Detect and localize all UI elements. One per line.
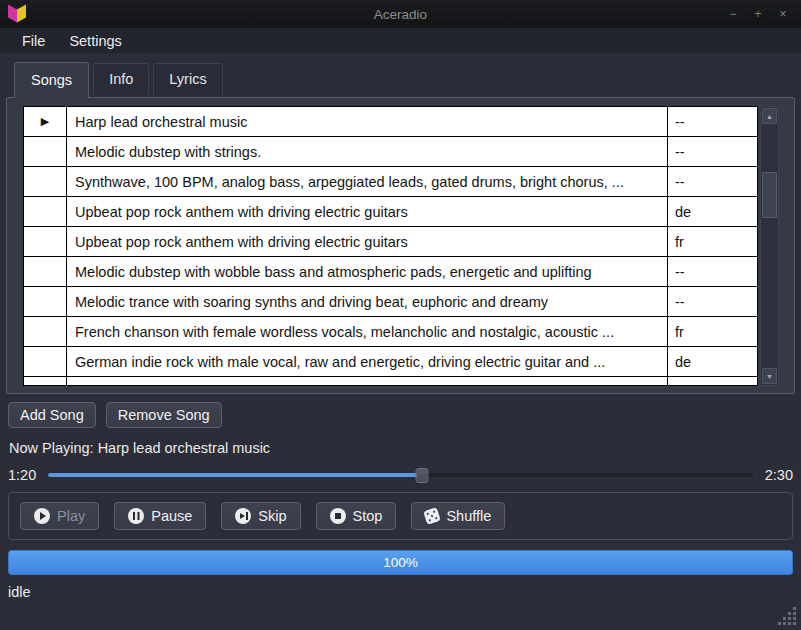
song-title-cell bbox=[67, 377, 667, 386]
tab-lyrics[interactable]: Lyrics bbox=[153, 63, 222, 95]
skip-button[interactable]: Skip bbox=[221, 502, 300, 530]
logo-right-shape bbox=[17, 5, 26, 23]
duration-label: 2:30 bbox=[765, 467, 793, 483]
tab-songs[interactable]: Songs bbox=[14, 62, 89, 98]
playing-indicator bbox=[24, 317, 67, 346]
scroll-up-arrow-icon[interactable]: ▲ bbox=[762, 108, 777, 124]
play-circle-icon bbox=[34, 508, 50, 524]
song-title-cell: Upbeat pop rock anthem with driving elec… bbox=[67, 197, 667, 226]
shuffle-button[interactable]: Shuffle bbox=[411, 502, 505, 530]
playing-indicator bbox=[24, 347, 67, 376]
skip-circle-icon bbox=[235, 508, 251, 524]
table-row[interactable]: Melodic dubstep with wobble bass and atm… bbox=[24, 257, 757, 287]
stop-button[interactable]: Stop bbox=[316, 502, 397, 530]
song-lang-cell: fr bbox=[667, 317, 757, 346]
song-lang-cell: -- bbox=[667, 287, 757, 316]
pause-button[interactable]: Pause bbox=[114, 502, 206, 530]
elapsed-time-label: 1:20 bbox=[8, 467, 36, 483]
slider-thumb[interactable] bbox=[415, 468, 428, 483]
add-song-button[interactable]: Add Song bbox=[8, 402, 96, 428]
dice-icon bbox=[424, 507, 442, 525]
playing-indicator bbox=[24, 137, 67, 166]
song-title-cell: French chanson with female wordless voca… bbox=[67, 317, 667, 346]
table-row[interactable]: German indie rock with male vocal, raw a… bbox=[24, 347, 757, 377]
tab-bar: Songs Info Lyrics bbox=[0, 60, 801, 97]
menubar: File Settings bbox=[0, 28, 801, 54]
app-logo-icon bbox=[5, 4, 29, 24]
seek-row: 1:20 2:30 bbox=[8, 467, 793, 483]
window-title: Aceradio bbox=[0, 7, 801, 22]
scrollbar-thumb[interactable] bbox=[762, 172, 777, 218]
now-playing-label: Now Playing: Harp lead orchestral music bbox=[9, 440, 801, 456]
menu-settings[interactable]: Settings bbox=[57, 30, 133, 52]
song-lang-cell: -- bbox=[667, 107, 757, 136]
stop-label: Stop bbox=[353, 508, 383, 524]
song-title-cell: Upbeat pop rock anthem with driving elec… bbox=[67, 227, 667, 256]
status-label: idle bbox=[8, 584, 801, 600]
playing-indicator bbox=[24, 257, 67, 286]
window-controls: − + × bbox=[725, 6, 801, 22]
playing-indicator bbox=[24, 167, 67, 196]
playing-indicator bbox=[24, 377, 67, 386]
maximize-button[interactable]: + bbox=[750, 6, 766, 22]
skip-label: Skip bbox=[258, 508, 286, 524]
song-lang-cell bbox=[667, 377, 757, 386]
table-row[interactable]: Upbeat pop rock anthem with driving elec… bbox=[24, 197, 757, 227]
song-lang-cell: -- bbox=[667, 137, 757, 166]
table-row[interactable]: Melodic dubstep with strings. -- bbox=[24, 137, 757, 167]
titlebar: Aceradio − + × bbox=[0, 0, 801, 28]
songs-table: ▶ Harp lead orchestral music -- Melodic … bbox=[23, 106, 758, 386]
song-title-cell: Harp lead orchestral music bbox=[67, 107, 667, 136]
progress-percent-label: 100% bbox=[8, 550, 793, 575]
table-row[interactable]: Upbeat pop rock anthem with driving elec… bbox=[24, 227, 757, 257]
song-buttons-row: Add Song Remove Song bbox=[8, 402, 801, 428]
pause-label: Pause bbox=[151, 508, 192, 524]
vertical-scrollbar[interactable]: ▲ ▼ bbox=[760, 106, 779, 386]
playing-indicator bbox=[24, 287, 67, 316]
play-label: Play bbox=[57, 508, 85, 524]
song-lang-cell: fr bbox=[667, 227, 757, 256]
song-lang-cell: -- bbox=[667, 167, 757, 196]
progress-bar: 100% bbox=[8, 550, 793, 575]
pause-circle-icon bbox=[128, 508, 144, 524]
shuffle-label: Shuffle bbox=[446, 508, 491, 524]
remove-song-button[interactable]: Remove Song bbox=[106, 402, 222, 428]
menu-file[interactable]: File bbox=[10, 30, 57, 52]
stop-circle-icon bbox=[330, 508, 346, 524]
song-lang-cell: -- bbox=[667, 257, 757, 286]
playing-indicator: ▶ bbox=[24, 107, 67, 136]
slider-fill bbox=[48, 473, 421, 477]
table-row[interactable]: ▶ Harp lead orchestral music -- bbox=[24, 107, 757, 137]
song-lang-cell: de bbox=[667, 197, 757, 226]
song-title-cell: Melodic trance with soaring synths and d… bbox=[67, 287, 667, 316]
table-row-partial bbox=[24, 377, 757, 386]
song-title-cell: Melodic dubstep with wobble bass and atm… bbox=[67, 257, 667, 286]
playing-indicator bbox=[24, 197, 67, 226]
logo-left-shape bbox=[8, 5, 17, 23]
song-lang-cell: de bbox=[667, 347, 757, 376]
playing-indicator bbox=[24, 227, 67, 256]
seek-slider[interactable] bbox=[48, 467, 753, 483]
song-title-cell: Synthwave, 100 BPM, analog bass, arpeggi… bbox=[67, 167, 667, 196]
songs-tab-pane: ▶ Harp lead orchestral music -- Melodic … bbox=[6, 97, 795, 394]
play-button[interactable]: Play bbox=[20, 502, 99, 530]
tab-info[interactable]: Info bbox=[93, 63, 149, 95]
resize-grip-icon[interactable] bbox=[793, 622, 796, 625]
table-row[interactable]: Synthwave, 100 BPM, analog bass, arpeggi… bbox=[24, 167, 757, 197]
songs-table-area: ▶ Harp lead orchestral music -- Melodic … bbox=[23, 106, 794, 386]
close-button[interactable]: × bbox=[775, 6, 791, 22]
table-row[interactable]: French chanson with female wordless voca… bbox=[24, 317, 757, 347]
song-title-cell: German indie rock with male vocal, raw a… bbox=[67, 347, 667, 376]
playback-controls-frame: Play Pause Skip Stop Shuffle bbox=[8, 492, 793, 540]
scroll-down-arrow-icon[interactable]: ▼ bbox=[762, 368, 777, 384]
table-row[interactable]: Melodic trance with soaring synths and d… bbox=[24, 287, 757, 317]
song-title-cell: Melodic dubstep with strings. bbox=[67, 137, 667, 166]
minimize-button[interactable]: − bbox=[725, 6, 741, 22]
